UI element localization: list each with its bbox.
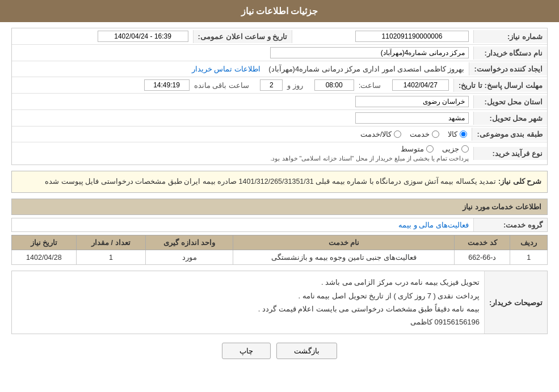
group-service-label: گروه خدمت: [473, 218, 547, 231]
cell-unit: مورد [145, 250, 233, 265]
purchase-jozi: جزیی [442, 145, 469, 153]
col-unit: واحد اندازه گیری [145, 235, 233, 250]
deadline-days-input[interactable] [260, 79, 283, 91]
cell-need-date: 1402/04/28 [12, 250, 77, 265]
purchase-jozi-label: جزیی [442, 145, 459, 153]
services-table-section: ردیف کد خدمت نام خدمت واحد اندازه گیری ت… [11, 235, 548, 265]
purchase-motavaset-label: متوسط [401, 145, 424, 153]
group-service-value: فعالیت‌های مالی و بیمه [12, 218, 473, 231]
page-title: جزئیات اطلاعات نیاز [241, 6, 318, 16]
purchase-type-value: جزیی متوسط پرداخت تمام یا بخشی از مبلغ خ… [12, 142, 473, 165]
row-province: استان محل تحویل: [12, 94, 547, 110]
purchase-motavaset: متوسط [401, 145, 434, 153]
row-category: طبقه بندی موضوعی: کالا خدمت کالا/خدمت [12, 127, 547, 142]
buyer-org-input[interactable] [270, 47, 469, 58]
city-input[interactable] [355, 112, 469, 124]
send-deadline-label: مهلت ارسال پاسخ: تا تاریخ: [453, 79, 547, 92]
city-value [12, 110, 473, 126]
category-khedmat: خدمت [410, 130, 439, 138]
description-label: شرح کلی نیاز: [496, 178, 541, 186]
cell-quantity: 1 [76, 250, 145, 265]
col-row-num: ردیف [510, 235, 548, 250]
days-label: روز و [287, 81, 303, 90]
row-need-number: شماره نیاز: تاریخ و ساعت اعلان عمومی: [12, 28, 547, 45]
cell-service-name: فعالیت‌های جنبی تامین وجوه بیمه و بازنشس… [233, 250, 455, 265]
row-buyer-org: نام دستگاه خریدار: [12, 45, 547, 61]
purchase-type-label: نوع فرآیند خرید: [473, 147, 547, 160]
category-khedmat-radio[interactable] [432, 130, 439, 138]
row-city: شهر محل تحویل: [12, 110, 547, 127]
col-service-name: نام خدمت [233, 235, 455, 250]
services-title: اطلاعات خدمات مورد نیاز [11, 199, 548, 215]
category-kala-radio[interactable] [460, 130, 467, 138]
contact-link[interactable]: اطلاعات تماس خریدار [192, 65, 260, 73]
purchase-motavaset-radio[interactable] [426, 145, 434, 153]
back-button[interactable]: بازگشت [276, 343, 337, 359]
purchase-jozi-radio[interactable] [461, 145, 469, 153]
remaining-time-input[interactable] [144, 79, 190, 91]
province-input[interactable] [355, 96, 469, 107]
announce-datetime-input[interactable] [98, 31, 188, 42]
row-creator: ایجاد کننده درخواست: بهروز کاظمی امتصدی … [12, 61, 547, 77]
creator-value: بهروز کاظمی امتصدی امور اداری مرکز درمان… [12, 62, 469, 75]
table-row: 1 د-66-662 فعالیت‌های جنبی تامین وجوه بی… [12, 250, 548, 265]
category-label: طبقه بندی موضوعی: [472, 128, 547, 141]
announce-datetime-value [12, 28, 193, 44]
group-service-link[interactable]: فعالیت‌های مالی و بیمه [398, 221, 469, 229]
need-number-input[interactable] [355, 31, 469, 42]
category-kala-khedmat: کالا/خدمت [360, 130, 402, 138]
deadline-date-input[interactable] [392, 79, 449, 91]
main-info-section: شماره نیاز: تاریخ و ساعت اعلان عمومی: نا… [11, 28, 548, 165]
category-kala-khedmat-radio[interactable] [394, 130, 401, 138]
print-button[interactable]: چاپ [222, 343, 271, 359]
province-label: استان محل تحویل: [473, 95, 547, 108]
purchase-type-radio-group: جزیی متوسط [16, 145, 469, 153]
cell-row-num: 1 [510, 250, 548, 265]
city-label: شهر محل تحویل: [473, 112, 547, 125]
category-kala-label: کالا [448, 130, 457, 138]
description-section: شرح کلی نیاز: تمدید یکساله بیمه آتش سوزی… [11, 171, 548, 193]
row-send-deadline: مهلت ارسال پاسخ: تا تاریخ: ساعت: روز و س… [12, 77, 547, 94]
buyer-notes-line: پرداخت نقدی ( 7 روز کاری ) از تاریخ تحوی… [16, 289, 480, 302]
need-number-value [292, 28, 473, 44]
buyer-notes-content: تحویل فیزیک بیمه نامه درب مرکز الزامی می… [12, 271, 484, 334]
row-purchase-type: نوع فرآیند خرید: جزیی متوسط پرداخت تمام … [12, 142, 547, 165]
buyer-notes-line: تحویل فیزیک بیمه نامه درب مرکز الزامی می… [16, 276, 480, 289]
services-table: ردیف کد خدمت نام خدمت واحد اندازه گیری ت… [11, 235, 548, 265]
buyer-notes-label: توصیحات خریدار: [484, 271, 547, 334]
col-need-date: تاریخ نیاز [12, 235, 77, 250]
category-kala: کالا [448, 130, 467, 138]
remaining-label: ساعت باقی مانده [194, 81, 249, 90]
buyer-org-label: نام دستگاه خریدار: [473, 47, 547, 60]
send-deadline-values: ساعت: روز و ساعت باقی مانده [12, 77, 453, 93]
buyer-notes-line: بیمه نامه دقیقاً طبق مشخصات درخواستی می … [16, 302, 480, 315]
buttons-row: بازگشت چاپ [11, 334, 548, 368]
announce-datetime-label: تاریخ و ساعت اعلان عمومی: [193, 30, 293, 43]
creator-label: ایجاد کننده درخواست: [469, 62, 547, 75]
need-number-label: شماره نیاز: [473, 30, 547, 43]
category-khedmat-label: خدمت [410, 130, 430, 138]
province-value [12, 94, 473, 109]
cell-service-code: د-66-662 [455, 250, 510, 265]
col-service-code: کد خدمت [455, 235, 510, 250]
col-quantity: تعداد / مقدار [76, 235, 145, 250]
category-kala-khedmat-label: کالا/خدمت [360, 130, 392, 138]
time-label: ساعت: [359, 81, 381, 90]
description-value: تمدید یکساله بیمه آتش سوزی درمانگاه با ش… [45, 178, 496, 186]
group-service-row: گروه خدمت: فعالیت‌های مالی و بیمه [11, 218, 548, 232]
buyer-org-value [12, 45, 473, 61]
creator-text: بهروز کاظمی امتصدی امور اداری مرکز درمان… [268, 65, 464, 73]
purchase-type-note: پرداخت تمام یا بخشی از مبلغ خریدار از مح… [16, 155, 469, 162]
buyer-notes-line: 09156156196 کاظمی [16, 315, 480, 328]
deadline-time-input[interactable] [314, 79, 354, 91]
buyer-notes-section: توصیحات خریدار: تحویل فیزیک بیمه نامه در… [11, 271, 548, 334]
page-header: جزئیات اطلاعات نیاز [0, 0, 559, 22]
category-radio-group: کالا خدمت کالا/خدمت [356, 128, 472, 141]
